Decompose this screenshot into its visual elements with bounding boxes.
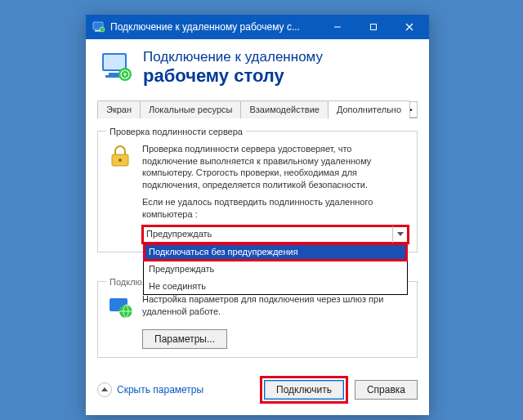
app-icon [92, 20, 105, 34]
auth-mode-value: Предупреждать [146, 228, 212, 240]
connect-button[interactable]: Подключить [264, 380, 344, 400]
auth-mode-dropdown: Подключаться без предупреждения Предупре… [143, 243, 408, 296]
header-line1: Подключение к удаленному [143, 49, 323, 65]
svg-point-2 [100, 27, 105, 32]
maximize-button[interactable] [355, 15, 391, 39]
tab-strip: Экран Локальные ресурсы Взаимодействие Д… [97, 99, 418, 118]
dialog-header: Подключение к удаленному рабочему столу [86, 39, 429, 94]
help-button[interactable]: Справка [355, 380, 418, 400]
rdp-logo-icon [99, 50, 135, 86]
rdp-dialog: Подключение к удаленному рабочему с... П… [86, 15, 429, 415]
lock-icon [106, 143, 134, 244]
svg-rect-4 [371, 25, 377, 30]
auth-mode-combo[interactable]: Предупреждать Подключаться без предупреж… [142, 226, 409, 244]
chevron-up-icon [97, 382, 112, 397]
svg-rect-8 [104, 55, 125, 69]
gateway-params-button[interactable]: Параметры... [142, 329, 227, 349]
svg-marker-15 [397, 232, 404, 236]
window-title: Подключение к удаленному рабочему с... [110, 21, 320, 33]
svg-point-14 [118, 159, 122, 162]
server-auth-prompt: Если не удалось подтвердить подлинность … [142, 196, 409, 221]
titlebar: Подключение к удаленному рабочему с... [86, 15, 429, 39]
chevron-down-icon [392, 226, 408, 243]
server-auth-description: Проверка подлинности сервера удостоверяе… [142, 143, 409, 191]
tab-screen[interactable]: Экран [97, 101, 141, 118]
tab-local-resources[interactable]: Локальные ресурсы [140, 101, 241, 118]
server-auth-group: Проверка подлинности сервера Проверка по… [97, 127, 418, 252]
minimize-button[interactable] [320, 15, 355, 39]
auth-option-dont-connect[interactable]: Не соединять [144, 278, 407, 295]
svg-rect-9 [109, 73, 120, 75]
dialog-footer: Скрыть параметры Подключить Справка [86, 368, 429, 415]
server-auth-legend: Проверка подлинности сервера [106, 127, 246, 136]
header-line2: рабочему столу [143, 65, 323, 87]
gateway-description: Настройка параметров для подключения чер… [142, 293, 409, 318]
tab-advanced[interactable]: Дополнительно [328, 101, 410, 118]
svg-marker-18 [101, 387, 108, 391]
tab-experience[interactable]: Взаимодействие [240, 101, 328, 118]
auth-option-warn[interactable]: Предупреждать [144, 261, 407, 278]
toggle-options-link[interactable]: Скрыть параметры [97, 382, 253, 397]
globe-icon [106, 293, 134, 349]
auth-option-connect-no-warn[interactable]: Подключаться без предупреждения [144, 244, 407, 261]
connect-highlight: Подключить [260, 376, 348, 404]
toggle-options-label: Скрыть параметры [117, 384, 203, 395]
close-button[interactable] [391, 15, 427, 39]
